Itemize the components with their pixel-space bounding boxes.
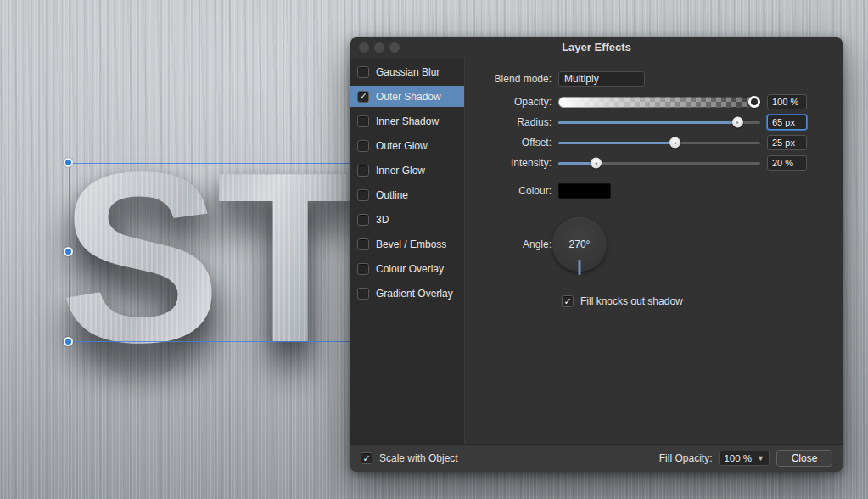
sidebar-item-3d[interactable]: ✓ 3D — [350, 209, 464, 230]
radius-slider-track[interactable] — [558, 121, 760, 124]
sidebar-item-bevel-emboss[interactable]: ✓ Bevel / Emboss — [350, 233, 464, 255]
fill-knocks-out-shadow-checkbox[interactable]: ✓ — [562, 295, 574, 307]
radius-slider-fill — [558, 121, 738, 124]
angle-value: 270° — [569, 238, 591, 250]
sidebar-item-outline[interactable]: ✓ Outline — [350, 184, 464, 205]
sidebar-item-inner-shadow[interactable]: ✓ Inner Shadow — [350, 110, 464, 132]
angle-dial-pointer[interactable] — [579, 260, 581, 275]
radius-slider-thumb[interactable] — [732, 117, 743, 128]
opacity-slider-fill — [558, 97, 754, 108]
sidebar-item-label: Inner Glow — [376, 165, 425, 177]
chevron-down-icon: ▼ — [757, 454, 764, 463]
sidebar-item-outer-shadow[interactable]: ✓ Outer Shadow — [350, 86, 464, 107]
scale-with-object-checkbox[interactable]: ✓ — [361, 452, 372, 464]
angle-label: Angle: — [465, 238, 558, 250]
colour-label: Colour: — [465, 185, 558, 197]
scale-with-object-label: Scale with Object — [379, 452, 458, 464]
layer-effects-dialog: Layer Effects ✓ Gaussian Blur ✓ Outer Sh… — [350, 37, 843, 472]
offset-slider-track[interactable] — [558, 142, 760, 144]
offset-slider[interactable] — [558, 137, 760, 149]
gradient-overlay-checkbox[interactable]: ✓ — [357, 288, 369, 300]
3d-checkbox[interactable]: ✓ — [357, 214, 369, 226]
opacity-slider-thumb[interactable] — [748, 96, 760, 108]
intensity-slider-thumb[interactable] — [591, 158, 602, 169]
opacity-label: Opacity: — [465, 96, 558, 108]
intensity-slider-track[interactable] — [558, 162, 760, 165]
sidebar-item-inner-glow[interactable]: ✓ Inner Glow — [350, 160, 464, 181]
inner-shadow-checkbox[interactable]: ✓ — [357, 115, 369, 127]
colour-overlay-checkbox[interactable]: ✓ — [357, 263, 369, 275]
selection-handle-top-left[interactable] — [64, 158, 73, 167]
fill-opacity-value: 100 % — [724, 453, 752, 463]
sidebar-item-label: Outer Shadow — [376, 91, 441, 103]
sidebar-item-label: Gaussian Blur — [376, 66, 440, 78]
intensity-slider[interactable] — [558, 158, 760, 169]
fill-opacity-label: Fill Opacity: — [659, 452, 713, 464]
radius-label: Radius: — [465, 116, 558, 128]
sidebar-item-colour-overlay[interactable]: ✓ Colour Overlay — [350, 258, 464, 279]
radius-slider[interactable] — [558, 117, 760, 128]
sidebar-item-label: Gradient Overlay — [376, 288, 453, 300]
offset-label: Offset: — [465, 137, 558, 149]
inner-glow-checkbox[interactable]: ✓ — [357, 165, 369, 177]
radius-value-field[interactable]: 65 px — [767, 115, 807, 130]
opacity-value-field[interactable]: 100 % — [767, 94, 807, 109]
close-button[interactable]: Close — [776, 450, 832, 467]
bevel-emboss-checkbox[interactable]: ✓ — [357, 238, 369, 250]
sidebar-item-label: Bevel / Emboss — [376, 238, 446, 250]
fill-knocks-out-shadow-label: Fill knocks out shadow — [580, 295, 683, 307]
dialog-footer: ✓ Scale with Object Fill Opacity: 100 % … — [350, 444, 843, 472]
blend-mode-label: Blend mode: — [465, 73, 558, 85]
sidebar-item-label: Outer Glow — [376, 140, 428, 152]
offset-slider-fill — [558, 142, 675, 144]
offset-slider-thumb[interactable] — [669, 137, 680, 149]
dialog-titlebar[interactable]: Layer Effects — [350, 37, 843, 58]
intensity-label: Intensity: — [465, 157, 558, 169]
selection-handle-bottom-left[interactable] — [64, 337, 73, 346]
sidebar-item-label: Outline — [376, 189, 408, 201]
sidebar-item-gradient-overlay[interactable]: ✓ Gradient Overlay — [350, 283, 464, 304]
blend-mode-value: Multiply — [564, 73, 599, 85]
angle-dial[interactable]: 270° — [552, 217, 607, 272]
intensity-value-field[interactable]: 20 % — [767, 155, 807, 171]
sidebar-item-gaussian-blur[interactable]: ✓ Gaussian Blur — [350, 61, 464, 82]
sidebar-item-label: Inner Shadow — [376, 115, 439, 127]
effect-settings-panel: Blend mode: Multiply Opacity: — [465, 58, 843, 444]
application-window: ST Layer Effects ✓ Gaussian Blur ✓ Outer… — [0, 0, 868, 499]
intensity-slider-fill — [558, 162, 596, 165]
selection-handle-middle-left[interactable] — [64, 247, 73, 256]
sidebar-item-outer-glow[interactable]: ✓ Outer Glow — [350, 135, 464, 156]
offset-value-field[interactable]: 25 px — [767, 135, 807, 150]
shadow-colour-swatch[interactable] — [558, 183, 611, 199]
sidebar-item-label: Colour Overlay — [376, 263, 444, 275]
fill-opacity-dropdown[interactable]: 100 % ▼ — [719, 451, 770, 466]
blend-mode-dropdown[interactable]: Multiply — [558, 71, 645, 87]
sidebar-item-label: 3D — [376, 214, 389, 226]
outer-glow-checkbox[interactable]: ✓ — [357, 140, 369, 152]
gaussian-blur-checkbox[interactable]: ✓ — [357, 66, 369, 78]
effects-sidebar: ✓ Gaussian Blur ✓ Outer Shadow ✓ Inner S… — [350, 58, 465, 444]
dialog-title: Layer Effects — [350, 41, 843, 53]
opacity-slider[interactable] — [558, 97, 760, 108]
outer-shadow-checkbox[interactable]: ✓ — [357, 91, 369, 103]
outline-checkbox[interactable]: ✓ — [357, 189, 369, 201]
dialog-body: ✓ Gaussian Blur ✓ Outer Shadow ✓ Inner S… — [350, 58, 843, 444]
